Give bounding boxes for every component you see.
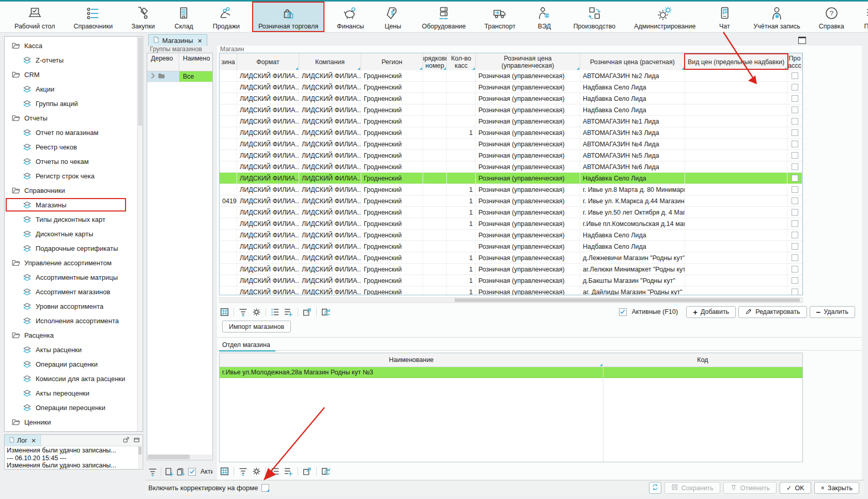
row-checkbox[interactable] <box>792 141 798 147</box>
row-checkbox[interactable] <box>792 198 798 204</box>
active-f10-checkbox[interactable] <box>619 308 627 316</box>
row-checkbox[interactable] <box>792 152 798 159</box>
sidebar-item[interactable]: Расценка <box>5 328 143 342</box>
row-checkbox[interactable] <box>792 220 798 227</box>
row-checkbox[interactable] <box>792 254 798 261</box>
dept-row[interactable]: г.Ивье ул.Молодежная,28а Магазин Родны к… <box>220 367 802 378</box>
shop-row[interactable]: ЛИДСКИЙ ФИЛИА...ЛИДСКИЙ ФИЛИА...Гродненс… <box>220 230 802 241</box>
row-checkbox[interactable] <box>792 129 798 136</box>
sidebar-scrollbar[interactable] <box>137 37 143 431</box>
toolbar-item-equipment[interactable]: Оборудование <box>415 2 472 32</box>
delete-button[interactable]: −Удалить <box>810 306 856 318</box>
refresh-button[interactable] <box>649 482 661 494</box>
sidebar-item[interactable]: Подарочные сертификаты <box>5 241 143 255</box>
refreshbox-icon[interactable] <box>320 307 331 317</box>
shop-row[interactable]: ЛИДСКИЙ ФИЛИА...ЛИДСКИЙ ФИЛИА...Гродненс… <box>220 207 802 218</box>
toolbar-item-ved[interactable]: ВЭД <box>528 2 561 32</box>
shop-row[interactable]: ЛИДСКИЙ ФИЛИА...ЛИДСКИЙ ФИЛИА...Гродненс… <box>220 264 802 275</box>
funnel-icon[interactable] <box>148 466 158 477</box>
shop-row[interactable]: ЛИДСКИЙ ФИЛИА...ЛИДСКИЙ ФИЛИА...Гродненс… <box>220 70 802 82</box>
row-checkbox[interactable] <box>792 186 798 193</box>
listnum-icon[interactable] <box>270 307 281 317</box>
shops-col[interactable]: Вид цен (предельные надбавки) <box>685 53 787 70</box>
refreshbox-icon[interactable] <box>320 466 331 477</box>
sidebar-item[interactable]: Акции <box>5 82 143 96</box>
log-scrollbar[interactable] <box>138 446 142 468</box>
groups-col-tree[interactable]: Дерево <box>147 53 179 71</box>
gear-icon[interactable] <box>251 466 262 477</box>
shop-row[interactable]: ЛИДСКИЙ ФИЛИА...ЛИДСКИЙ ФИЛИА...Гродненс… <box>220 82 802 93</box>
log-close-icon[interactable]: × <box>32 436 36 444</box>
sidebar-item[interactable]: Касса <box>5 38 143 53</box>
row-checkbox[interactable] <box>792 289 798 295</box>
sidebar-item[interactable]: Управление ассортиментом <box>5 255 143 270</box>
row-checkbox[interactable] <box>792 277 798 284</box>
arrowbox-icon[interactable] <box>302 466 313 477</box>
shop-row[interactable]: 0419...ЛИДСКИЙ ФИЛИА...ЛИДСКИЙ ФИЛИА...Г… <box>220 195 802 207</box>
toolbar-item-chat[interactable]: Чат <box>708 2 741 32</box>
sidebar-item[interactable]: Z-отчеты <box>5 53 143 67</box>
maximize-icon[interactable] <box>798 37 806 44</box>
tab-magaziny[interactable]: Магазины × <box>148 34 207 46</box>
toolbar-item-directory[interactable]: Справочники <box>67 2 119 32</box>
grid-icon[interactable] <box>219 466 230 477</box>
row-checkbox[interactable] <box>792 266 798 273</box>
funnel-icon[interactable] <box>238 466 249 477</box>
toolbar-item-retail[interactable]: Розничная торговля <box>252 2 324 32</box>
shops-col[interactable]: Регион <box>361 53 423 70</box>
row-checkbox[interactable] <box>792 232 798 238</box>
shops-col[interactable]: зина <box>220 53 237 70</box>
sidebar-item[interactable]: Операции расценки <box>5 357 143 371</box>
sidebar-item[interactable]: Ассортиментные матрицы <box>5 270 143 284</box>
sidebar-item[interactable]: Акты переоценки <box>5 386 143 400</box>
sidebar-item[interactable]: Дисконтные карты <box>5 226 143 241</box>
row-checkbox[interactable] <box>792 84 798 90</box>
shop-row[interactable]: ЛИДСКИЙ ФИЛИА...ЛИДСКИЙ ФИЛИА...Гродненс… <box>220 241 802 252</box>
save-button[interactable]: Сохранить <box>664 482 720 494</box>
toolbar-item-finance[interactable]: Финансы <box>331 2 370 32</box>
shops-hscrollbar[interactable] <box>219 297 803 303</box>
row-checkbox[interactable] <box>792 163 798 170</box>
shops-col[interactable]: Порядковый номер <box>423 53 447 70</box>
shops-col[interactable]: Про ассс <box>787 53 802 70</box>
sidebar-item[interactable]: Акты расценки <box>5 342 143 357</box>
add-button[interactable]: +Добавить <box>686 306 736 318</box>
row-checkbox[interactable] <box>792 175 798 182</box>
group-row-all[interactable]: Все <box>147 71 212 82</box>
toolbar-item-production[interactable]: Производство <box>567 2 622 32</box>
close-button[interactable]: ×Закрыть <box>814 482 859 494</box>
row-checkbox[interactable] <box>792 95 798 102</box>
toolbar-item-sales[interactable]: Продажи <box>207 2 246 32</box>
edit-button[interactable]: Редактировать <box>738 306 807 318</box>
shop-row[interactable]: ЛИДСКИЙ ФИЛИА...ЛИДСКИЙ ФИЛИА...Гродненс… <box>220 218 802 230</box>
shop-row[interactable]: ЛИДСКИЙ ФИЛИА...ЛИДСКИЙ ФИЛИА...Гродненс… <box>220 127 802 139</box>
expander-chevron-icon[interactable] <box>150 72 157 81</box>
groups-active-checkbox[interactable] <box>188 468 196 476</box>
shops-col[interactable]: Розничная цена (расчетная) <box>580 53 685 70</box>
dept-col-code[interactable]: Код <box>603 353 802 367</box>
sidebar-item[interactable]: Исполнения ассортимента <box>5 313 143 328</box>
sidebar-item-magaziny[interactable]: Магазины <box>5 198 143 212</box>
toolbar-item-desktop[interactable]: Рабочий стол <box>8 2 61 32</box>
toolbar-item-account[interactable]: Учётная запись <box>747 2 806 32</box>
sidebar-item[interactable]: Отчет по магазинам <box>5 125 143 140</box>
groups-col-name[interactable]: Наимено <box>179 53 212 71</box>
shop-row[interactable]: ЛИДСКИЙ ФИЛИА...ЛИДСКИЙ ФИЛИА...Гродненс… <box>220 252 802 264</box>
shops-col[interactable]: Кол-во касс <box>447 53 476 70</box>
grid-icon[interactable] <box>219 307 230 317</box>
log-tab[interactable]: Лог × <box>5 435 41 446</box>
dept-col-name[interactable]: Наименование <box>220 353 603 367</box>
undock-icon[interactable] <box>123 436 130 445</box>
tab-close-icon[interactable]: × <box>198 37 203 44</box>
shop-row[interactable]: ЛИДСКИЙ ФИЛИА...ЛИДСКИЙ ФИЛИА...Гродненс… <box>220 275 802 286</box>
sidebar-item[interactable]: Регистр строк чека <box>5 169 143 183</box>
row-checkbox[interactable] <box>792 107 798 113</box>
shop-row[interactable]: ЛИДСКИЙ ФИЛИА...ЛИДСКИЙ ФИЛИА...Гродненс… <box>220 150 802 161</box>
sidebar-item[interactable]: Реестр чеков <box>5 140 143 154</box>
restore-icon[interactable] <box>133 436 140 445</box>
shop-row[interactable]: ЛИДСКИЙ ФИЛИА...ЛИДСКИЙ ФИЛИА...Гродненс… <box>220 139 802 150</box>
row-checkbox[interactable] <box>792 209 798 216</box>
sidebar-item[interactable]: CRM <box>5 67 143 82</box>
listplus-icon[interactable] <box>283 307 294 317</box>
shop-row[interactable]: ЛИДСКИЙ ФИЛИА...ЛИДСКИЙ ФИЛИА...Гродненс… <box>220 286 802 295</box>
